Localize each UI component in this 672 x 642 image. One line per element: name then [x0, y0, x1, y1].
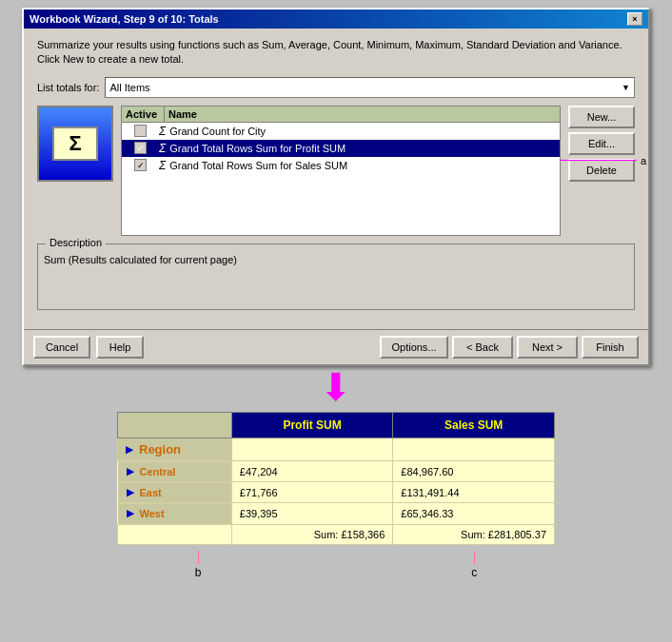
sigma-icon-1: Σ: [159, 125, 166, 138]
down-arrow-icon: ⬇: [320, 368, 352, 406]
main-description: Summarize your results using functions s…: [37, 38, 635, 68]
listtotals-row: List totals for: All Items ▼: [37, 77, 635, 98]
label-c-item: c: [471, 551, 477, 579]
item-checkbox-1[interactable]: [134, 125, 147, 137]
checkbox-col: ✓: [126, 159, 159, 171]
result-table-wrapper: Profit SUM Sales SUM ▶ Region ▶ Central: [117, 412, 555, 545]
options-button[interactable]: Options...: [380, 336, 448, 359]
label-b: b: [195, 566, 202, 579]
new-button[interactable]: New...: [568, 106, 635, 128]
dialog-footer: Cancel Help Options... < Back Next > Fin…: [24, 329, 648, 364]
list-item[interactable]: ✓ Σ Grand Total Rows Sum for Profit SUM: [122, 140, 560, 157]
sigma-box: Σ: [52, 126, 98, 161]
checkbox-col: ✓: [126, 142, 159, 154]
listtotals-value: All Items: [109, 82, 149, 93]
sigma-icon-3: Σ: [159, 159, 166, 172]
listtotals-label: List totals for:: [37, 82, 99, 93]
title-bar-text: Workbook Wizard, Step 9 of 10: Totals: [30, 13, 219, 25]
east-profit: £71,766: [231, 482, 393, 503]
list-panel: Active Name Σ Grand Count for City: [121, 106, 561, 236]
annotation-a-area: a: [561, 155, 646, 166]
table-header-sales: Sales SUM: [393, 412, 555, 438]
table-row: ▶ East £71,766 £131,491.44: [118, 482, 555, 503]
expand-icon: ▶: [126, 444, 133, 455]
label-b-item: b: [195, 551, 202, 579]
expand-icon-west: ▶: [127, 508, 134, 518]
edit-button[interactable]: Edit...: [568, 132, 635, 155]
sum-row: Sum: £158,366 Sum: £281,805.37: [118, 524, 555, 544]
region-west-label: West: [140, 508, 165, 519]
wizard-icon-area: Σ: [37, 106, 113, 182]
back-button[interactable]: < Back: [452, 336, 513, 359]
west-sales: £65,346.33: [393, 503, 555, 525]
dialog-window: Workbook Wizard, Step 9 of 10: Totals × …: [22, 8, 650, 366]
table-row: ▶ West £39,395 £65,346.33: [118, 503, 555, 525]
sum-sales: Sum: £281,805.37: [393, 524, 555, 544]
region-label: Region: [139, 442, 181, 457]
table-header-profit: Profit SUM: [231, 412, 393, 438]
list-item[interactable]: ✓ Σ Grand Total Rows Sum for Sales SUM: [122, 157, 560, 174]
label-c-connector: [474, 551, 475, 564]
sigma-icon-2: Σ: [159, 142, 166, 155]
region-east-cell: ▶ East: [118, 482, 231, 503]
region-central-cell: ▶ Central: [118, 461, 231, 482]
label-c: c: [471, 566, 477, 579]
listtotals-select[interactable]: All Items ▼: [105, 77, 635, 98]
annotation-a-label: a: [641, 155, 646, 166]
dropdown-arrow-icon: ▼: [622, 83, 630, 92]
description-section: Description Sum (Results calculated for …: [37, 243, 635, 310]
description-legend: Description: [46, 237, 106, 248]
table-row: ▶ Central £47,204 £84,967.60: [118, 460, 555, 482]
title-bar-controls: ×: [627, 12, 642, 26]
help-button[interactable]: Help: [96, 336, 144, 359]
central-profit: £47,204: [231, 460, 393, 482]
expand-icon-central: ▶: [127, 466, 134, 477]
region-profit-empty: [231, 438, 393, 460]
region-central-label: Central: [140, 466, 176, 477]
table-row-region-header: ▶ Region: [118, 438, 555, 460]
cancel-button[interactable]: Cancel: [33, 336, 90, 359]
header-active: Active: [122, 107, 165, 122]
next-button[interactable]: Next >: [517, 336, 578, 359]
central-sales: £84,967.60: [393, 460, 555, 482]
annotation-line-a: [561, 160, 637, 161]
totals-list[interactable]: Σ Grand Count for City ✓ Σ Grand Total R…: [121, 122, 561, 236]
right-buttons: New... Edit... Delete a: [568, 106, 635, 236]
footer-left: Cancel Help: [33, 336, 144, 359]
sigma-symbol: Σ: [69, 131, 81, 156]
east-sales: £131,491.44: [393, 482, 555, 503]
table-labels: b c: [117, 551, 555, 579]
item-name-1: Σ Grand Count for City: [159, 125, 556, 138]
checkbox-col: [126, 125, 159, 137]
west-profit: £39,395: [231, 503, 393, 525]
close-button[interactable]: ×: [627, 12, 642, 26]
list-item[interactable]: Σ Grand Count for City: [122, 123, 560, 140]
table-header-empty: [118, 412, 232, 438]
label-b-connector: [198, 551, 199, 564]
title-bar: Workbook Wizard, Step 9 of 10: Totals ×: [24, 10, 648, 29]
expand-icon-east: ▶: [127, 487, 134, 497]
item-name-2: Σ Grand Total Rows Sum for Profit SUM: [159, 142, 556, 155]
region-sales-empty: [393, 438, 555, 460]
footer-right: Options... < Back Next > Finish: [380, 336, 639, 359]
finish-button[interactable]: Finish: [582, 336, 639, 359]
sum-empty-cell: [118, 524, 232, 544]
arrow-area: ⬇: [117, 368, 555, 406]
list-header: Active Name: [121, 106, 561, 122]
sum-profit: Sum: £158,366: [231, 524, 393, 544]
item-checkbox-3[interactable]: ✓: [134, 159, 147, 171]
header-name: Name: [165, 107, 560, 122]
description-content: Sum (Results calculated for current page…: [44, 248, 628, 305]
annotation-line: [560, 148, 561, 149]
main-area: Σ Active Name: [37, 106, 635, 236]
item-checkbox-2[interactable]: ✓: [134, 142, 147, 154]
item-name-3: Σ Grand Total Rows Sum for Sales SUM: [159, 159, 556, 172]
region-header-cell: ▶ Region: [118, 438, 232, 460]
region-east-label: East: [140, 487, 162, 498]
dialog-content: Summarize your results using functions s…: [24, 29, 648, 329]
result-table: Profit SUM Sales SUM ▶ Region ▶ Central: [117, 412, 555, 545]
region-west-cell: ▶ West: [118, 503, 231, 524]
